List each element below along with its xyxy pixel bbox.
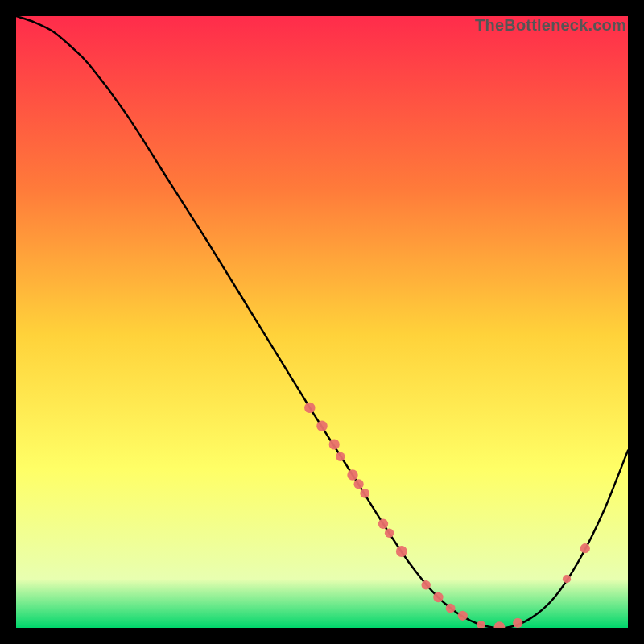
chart-frame: TheBottleneck.com [16, 16, 628, 628]
data-marker [316, 421, 327, 431]
data-marker [336, 452, 345, 461]
data-marker [385, 529, 394, 538]
data-marker [422, 580, 431, 589]
data-marker [347, 469, 357, 480]
data-marker [304, 402, 315, 413]
data-marker [458, 611, 468, 621]
data-marker [354, 479, 364, 489]
data-marker [396, 546, 407, 557]
data-marker [446, 604, 456, 613]
data-marker [563, 575, 571, 583]
data-marker [433, 592, 443, 602]
watermark-text: TheBottleneck.com [475, 16, 626, 35]
gradient-background [16, 16, 628, 628]
data-marker [513, 618, 522, 628]
data-marker [329, 439, 340, 449]
data-marker [580, 543, 590, 553]
data-marker [378, 519, 388, 529]
chart-svg [16, 16, 628, 628]
data-marker [360, 489, 369, 498]
